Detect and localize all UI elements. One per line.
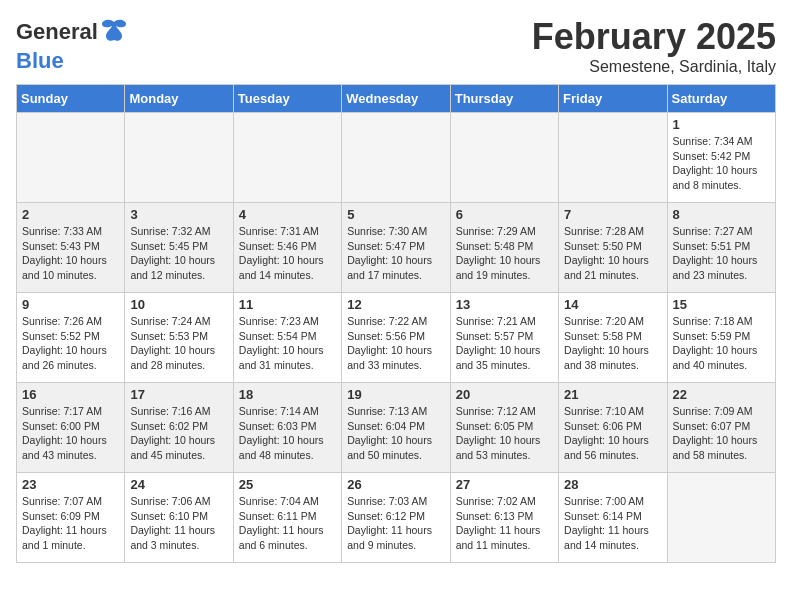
day-detail: Sunrise: 7:31 AM Sunset: 5:46 PM Dayligh… [239,224,336,283]
logo-general-text: General [16,19,98,45]
weekday-header-tuesday: Tuesday [233,85,341,113]
day-number: 17 [130,387,227,402]
day-number: 26 [347,477,444,492]
calendar-week-row: 16Sunrise: 7:17 AM Sunset: 6:00 PM Dayli… [17,383,776,473]
day-number: 7 [564,207,661,222]
calendar-cell [125,113,233,203]
logo-bird-icon [100,16,128,44]
day-number: 2 [22,207,119,222]
calendar-cell: 13Sunrise: 7:21 AM Sunset: 5:57 PM Dayli… [450,293,558,383]
calendar-cell: 8Sunrise: 7:27 AM Sunset: 5:51 PM Daylig… [667,203,775,293]
calendar-cell [17,113,125,203]
day-number: 20 [456,387,553,402]
calendar-cell: 5Sunrise: 7:30 AM Sunset: 5:47 PM Daylig… [342,203,450,293]
calendar-cell: 25Sunrise: 7:04 AM Sunset: 6:11 PM Dayli… [233,473,341,563]
calendar-cell: 16Sunrise: 7:17 AM Sunset: 6:00 PM Dayli… [17,383,125,473]
day-number: 6 [456,207,553,222]
calendar-cell: 17Sunrise: 7:16 AM Sunset: 6:02 PM Dayli… [125,383,233,473]
calendar-cell: 10Sunrise: 7:24 AM Sunset: 5:53 PM Dayli… [125,293,233,383]
calendar-week-row: 2Sunrise: 7:33 AM Sunset: 5:43 PM Daylig… [17,203,776,293]
day-detail: Sunrise: 7:27 AM Sunset: 5:51 PM Dayligh… [673,224,770,283]
day-number: 18 [239,387,336,402]
day-number: 16 [22,387,119,402]
day-number: 14 [564,297,661,312]
weekday-header-thursday: Thursday [450,85,558,113]
calendar-cell: 18Sunrise: 7:14 AM Sunset: 6:03 PM Dayli… [233,383,341,473]
title-area: February 2025 Semestene, Sardinia, Italy [532,16,776,76]
day-detail: Sunrise: 7:17 AM Sunset: 6:00 PM Dayligh… [22,404,119,463]
day-number: 5 [347,207,444,222]
calendar-cell: 24Sunrise: 7:06 AM Sunset: 6:10 PM Dayli… [125,473,233,563]
calendar-header-row: SundayMondayTuesdayWednesdayThursdayFrid… [17,85,776,113]
calendar-week-row: 1Sunrise: 7:34 AM Sunset: 5:42 PM Daylig… [17,113,776,203]
header: General Blue February 2025 Semestene, Sa… [16,16,776,76]
day-number: 28 [564,477,661,492]
calendar-cell [233,113,341,203]
calendar-cell: 6Sunrise: 7:29 AM Sunset: 5:48 PM Daylig… [450,203,558,293]
day-detail: Sunrise: 7:30 AM Sunset: 5:47 PM Dayligh… [347,224,444,283]
logo: General Blue [16,16,128,74]
day-detail: Sunrise: 7:33 AM Sunset: 5:43 PM Dayligh… [22,224,119,283]
weekday-header-saturday: Saturday [667,85,775,113]
day-detail: Sunrise: 7:32 AM Sunset: 5:45 PM Dayligh… [130,224,227,283]
day-number: 12 [347,297,444,312]
calendar-cell: 9Sunrise: 7:26 AM Sunset: 5:52 PM Daylig… [17,293,125,383]
calendar-cell [667,473,775,563]
day-number: 10 [130,297,227,312]
weekday-header-wednesday: Wednesday [342,85,450,113]
day-detail: Sunrise: 7:18 AM Sunset: 5:59 PM Dayligh… [673,314,770,373]
day-number: 23 [22,477,119,492]
day-number: 24 [130,477,227,492]
calendar-cell: 22Sunrise: 7:09 AM Sunset: 6:07 PM Dayli… [667,383,775,473]
day-number: 4 [239,207,336,222]
logo-blue-text: Blue [16,48,64,74]
day-detail: Sunrise: 7:13 AM Sunset: 6:04 PM Dayligh… [347,404,444,463]
calendar-week-row: 9Sunrise: 7:26 AM Sunset: 5:52 PM Daylig… [17,293,776,383]
day-number: 21 [564,387,661,402]
calendar-cell: 11Sunrise: 7:23 AM Sunset: 5:54 PM Dayli… [233,293,341,383]
calendar-cell [559,113,667,203]
day-detail: Sunrise: 7:20 AM Sunset: 5:58 PM Dayligh… [564,314,661,373]
calendar-cell: 28Sunrise: 7:00 AM Sunset: 6:14 PM Dayli… [559,473,667,563]
day-detail: Sunrise: 7:10 AM Sunset: 6:06 PM Dayligh… [564,404,661,463]
calendar-cell: 23Sunrise: 7:07 AM Sunset: 6:09 PM Dayli… [17,473,125,563]
month-title: February 2025 [532,16,776,58]
day-detail: Sunrise: 7:16 AM Sunset: 6:02 PM Dayligh… [130,404,227,463]
day-detail: Sunrise: 7:02 AM Sunset: 6:13 PM Dayligh… [456,494,553,553]
day-detail: Sunrise: 7:23 AM Sunset: 5:54 PM Dayligh… [239,314,336,373]
day-detail: Sunrise: 7:03 AM Sunset: 6:12 PM Dayligh… [347,494,444,553]
day-detail: Sunrise: 7:24 AM Sunset: 5:53 PM Dayligh… [130,314,227,373]
day-detail: Sunrise: 7:12 AM Sunset: 6:05 PM Dayligh… [456,404,553,463]
calendar-cell: 7Sunrise: 7:28 AM Sunset: 5:50 PM Daylig… [559,203,667,293]
calendar-cell: 2Sunrise: 7:33 AM Sunset: 5:43 PM Daylig… [17,203,125,293]
day-detail: Sunrise: 7:22 AM Sunset: 5:56 PM Dayligh… [347,314,444,373]
day-detail: Sunrise: 7:00 AM Sunset: 6:14 PM Dayligh… [564,494,661,553]
calendar-cell [342,113,450,203]
day-detail: Sunrise: 7:21 AM Sunset: 5:57 PM Dayligh… [456,314,553,373]
day-number: 13 [456,297,553,312]
calendar-cell: 12Sunrise: 7:22 AM Sunset: 5:56 PM Dayli… [342,293,450,383]
day-number: 19 [347,387,444,402]
calendar-cell: 4Sunrise: 7:31 AM Sunset: 5:46 PM Daylig… [233,203,341,293]
day-detail: Sunrise: 7:26 AM Sunset: 5:52 PM Dayligh… [22,314,119,373]
calendar-cell: 21Sunrise: 7:10 AM Sunset: 6:06 PM Dayli… [559,383,667,473]
day-detail: Sunrise: 7:28 AM Sunset: 5:50 PM Dayligh… [564,224,661,283]
day-detail: Sunrise: 7:04 AM Sunset: 6:11 PM Dayligh… [239,494,336,553]
calendar-cell: 27Sunrise: 7:02 AM Sunset: 6:13 PM Dayli… [450,473,558,563]
day-detail: Sunrise: 7:07 AM Sunset: 6:09 PM Dayligh… [22,494,119,553]
calendar-cell: 14Sunrise: 7:20 AM Sunset: 5:58 PM Dayli… [559,293,667,383]
calendar-cell: 26Sunrise: 7:03 AM Sunset: 6:12 PM Dayli… [342,473,450,563]
calendar-week-row: 23Sunrise: 7:07 AM Sunset: 6:09 PM Dayli… [17,473,776,563]
calendar-cell: 19Sunrise: 7:13 AM Sunset: 6:04 PM Dayli… [342,383,450,473]
calendar-cell: 1Sunrise: 7:34 AM Sunset: 5:42 PM Daylig… [667,113,775,203]
day-number: 11 [239,297,336,312]
location-title: Semestene, Sardinia, Italy [532,58,776,76]
day-number: 8 [673,207,770,222]
day-detail: Sunrise: 7:14 AM Sunset: 6:03 PM Dayligh… [239,404,336,463]
weekday-header-monday: Monday [125,85,233,113]
calendar-cell: 20Sunrise: 7:12 AM Sunset: 6:05 PM Dayli… [450,383,558,473]
calendar-cell: 3Sunrise: 7:32 AM Sunset: 5:45 PM Daylig… [125,203,233,293]
day-number: 22 [673,387,770,402]
day-number: 15 [673,297,770,312]
calendar-cell [450,113,558,203]
